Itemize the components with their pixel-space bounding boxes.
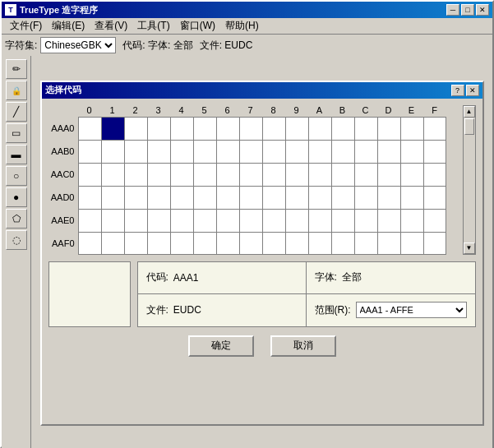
cell-aae0-a[interactable]: [308, 209, 331, 232]
cell-aaf0-9[interactable]: [285, 232, 308, 255]
cell-aae0-4[interactable]: [170, 209, 193, 232]
cell-aad0-9[interactable]: [285, 186, 308, 209]
cell-aac0-4[interactable]: [170, 163, 193, 186]
scroll-down-button[interactable]: ▼: [464, 242, 475, 254]
cell-aac0-0[interactable]: [78, 163, 101, 186]
cell-aaf0-4[interactable]: [170, 232, 193, 255]
lock-tool[interactable]: 🔒: [6, 81, 27, 100]
cell-aaf0-f[interactable]: [423, 232, 446, 255]
cell-aab0-f[interactable]: [423, 140, 446, 163]
cell-aaa0-1[interactable]: [101, 117, 124, 140]
scroll-track[interactable]: [464, 118, 475, 242]
cell-aac0-8[interactable]: [262, 163, 285, 186]
cell-aaa0-4[interactable]: [170, 117, 193, 140]
cell-aac0-2[interactable]: [124, 163, 147, 186]
cell-aac0-6[interactable]: [216, 163, 239, 186]
cell-aab0-2[interactable]: [124, 140, 147, 163]
cell-aad0-a[interactable]: [308, 186, 331, 209]
cell-aae0-1[interactable]: [101, 209, 124, 232]
cell-aaf0-3[interactable]: [147, 232, 170, 255]
cell-aad0-8[interactable]: [262, 186, 285, 209]
menu-help[interactable]: 帮助(H): [220, 17, 264, 35]
cell-aab0-8[interactable]: [262, 140, 285, 163]
cell-aaf0-1[interactable]: [101, 232, 124, 255]
scroll-thumb[interactable]: [464, 118, 474, 135]
cell-aae0-5[interactable]: [193, 209, 216, 232]
cell-aac0-3[interactable]: [147, 163, 170, 186]
cell-aae0-3[interactable]: [147, 209, 170, 232]
cell-aad0-4[interactable]: [170, 186, 193, 209]
cancel-button[interactable]: 取消: [270, 335, 336, 357]
menu-window[interactable]: 窗口(W): [175, 17, 220, 35]
cell-aaf0-c[interactable]: [354, 232, 377, 255]
cell-aac0-e[interactable]: [400, 163, 423, 186]
cell-aaa0-e[interactable]: [400, 117, 423, 140]
rect-outline-tool[interactable]: ▭: [6, 123, 27, 143]
scroll-up-button[interactable]: ▲: [464, 106, 475, 118]
cell-aab0-3[interactable]: [147, 140, 170, 163]
ellipse-filled-tool[interactable]: ●: [6, 187, 27, 207]
cell-aaf0-e[interactable]: [400, 232, 423, 255]
cell-aab0-b[interactable]: [331, 140, 354, 163]
charset-select[interactable]: ChineseGBK: [40, 37, 116, 53]
cell-aaa0-f[interactable]: [423, 117, 446, 140]
rect-filled-tool[interactable]: ▬: [6, 145, 27, 164]
cell-aaa0-d[interactable]: [377, 117, 400, 140]
cell-aad0-6[interactable]: [216, 186, 239, 209]
dialog-help-button[interactable]: ?: [451, 85, 464, 96]
cell-aac0-7[interactable]: [239, 163, 262, 186]
cell-aaa0-b[interactable]: [331, 117, 354, 140]
cell-aae0-d[interactable]: [377, 209, 400, 232]
cell-aae0-e[interactable]: [400, 209, 423, 232]
cell-aaf0-b[interactable]: [331, 232, 354, 255]
polygon-tool[interactable]: ⬠: [6, 209, 27, 229]
cell-aaa0-a[interactable]: [308, 117, 331, 140]
cell-aac0-1[interactable]: [101, 163, 124, 186]
cell-aab0-0[interactable]: [78, 140, 101, 163]
cell-aab0-c[interactable]: [354, 140, 377, 163]
cell-aaa0-9[interactable]: [285, 117, 308, 140]
cell-aad0-7[interactable]: [239, 186, 262, 209]
cell-aad0-d[interactable]: [377, 186, 400, 209]
cell-aaa0-6[interactable]: [216, 117, 239, 140]
cell-aaf0-5[interactable]: [193, 232, 216, 255]
cell-aab0-9[interactable]: [285, 140, 308, 163]
cell-aae0-b[interactable]: [331, 209, 354, 232]
cell-aae0-9[interactable]: [285, 209, 308, 232]
cell-aac0-b[interactable]: [331, 163, 354, 186]
cell-aab0-4[interactable]: [170, 140, 193, 163]
cell-aaf0-0[interactable]: [78, 232, 101, 255]
cell-aad0-5[interactable]: [193, 186, 216, 209]
cell-aab0-5[interactable]: [193, 140, 216, 163]
cell-aaf0-7[interactable]: [239, 232, 262, 255]
cell-aae0-8[interactable]: [262, 209, 285, 232]
cell-aaf0-d[interactable]: [377, 232, 400, 255]
dialog-close-button[interactable]: ✕: [466, 85, 479, 96]
cell-aaf0-a[interactable]: [308, 232, 331, 255]
cell-aaf0-6[interactable]: [216, 232, 239, 255]
cell-aae0-f[interactable]: [423, 209, 446, 232]
cell-aae0-c[interactable]: [354, 209, 377, 232]
cell-aaf0-8[interactable]: [262, 232, 285, 255]
cell-aae0-0[interactable]: [78, 209, 101, 232]
maximize-button[interactable]: □: [461, 4, 474, 16]
cell-aae0-7[interactable]: [239, 209, 262, 232]
close-button[interactable]: ✕: [476, 4, 489, 16]
cell-aad0-c[interactable]: [354, 186, 377, 209]
menu-edit[interactable]: 编辑(E): [47, 17, 90, 35]
line-tool[interactable]: ╱: [6, 102, 27, 122]
cell-aad0-3[interactable]: [147, 186, 170, 209]
cell-aaf0-2[interactable]: [124, 232, 147, 255]
cell-aac0-d[interactable]: [377, 163, 400, 186]
cell-aad0-e[interactable]: [400, 186, 423, 209]
cell-aab0-d[interactable]: [377, 140, 400, 163]
cell-aab0-6[interactable]: [216, 140, 239, 163]
cell-aac0-f[interactable]: [423, 163, 446, 186]
pencil-tool[interactable]: ✏: [6, 59, 27, 79]
cell-aab0-1[interactable]: [101, 140, 124, 163]
cell-aac0-9[interactable]: [285, 163, 308, 186]
menu-file[interactable]: 文件(F): [5, 17, 47, 35]
cell-aae0-2[interactable]: [124, 209, 147, 232]
cell-aad0-0[interactable]: [78, 186, 101, 209]
cell-aaa0-7[interactable]: [239, 117, 262, 140]
